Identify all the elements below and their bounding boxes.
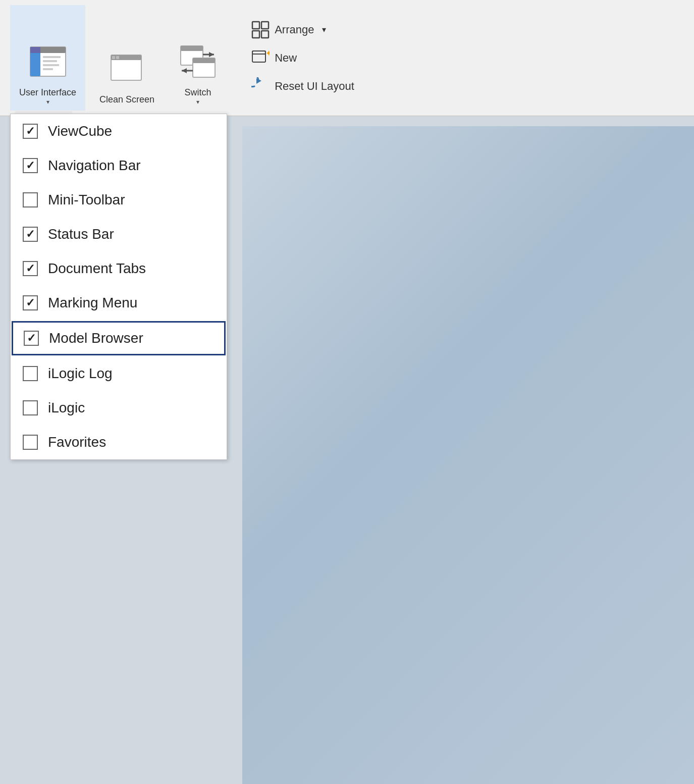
svg-rect-22	[252, 31, 259, 38]
marking-menu-checkbox[interactable]: ✓	[23, 295, 38, 310]
svg-rect-13	[181, 46, 203, 51]
navigation-bar-checkbox[interactable]: ✓	[23, 158, 38, 173]
switch-icon	[178, 43, 218, 83]
document-tabs-check-icon: ✓	[26, 263, 35, 274]
svg-rect-21	[261, 22, 269, 29]
svg-rect-24	[252, 51, 265, 62]
mini-toolbar-checkbox[interactable]	[23, 192, 38, 207]
ilogic-log-label: iLogic Log	[48, 365, 113, 382]
svg-rect-11	[116, 56, 119, 59]
reset-ui-button[interactable]: Reset UI Layout	[247, 75, 358, 97]
menu-item-marking-menu[interactable]: ✓ Marking Menu	[11, 286, 227, 320]
user-interface-button[interactable]: User Interface ▾	[10, 5, 85, 111]
menu-item-ilogic[interactable]: iLogic	[11, 391, 227, 425]
arrange-icon	[251, 21, 270, 39]
document-tabs-checkbox[interactable]: ✓	[23, 261, 38, 276]
user-interface-dropdown-menu: ✓ ViewCube ✓ Navigation Bar Mini-Toolbar…	[10, 114, 227, 460]
model-browser-label: Model Browser	[49, 330, 143, 346]
marking-menu-check-icon: ✓	[26, 297, 35, 308]
model-browser-checkbox[interactable]: ✓	[24, 331, 39, 346]
switch-button[interactable]: Switch ▾	[169, 5, 227, 111]
toolbar: User Interface ▾ Clean Screen	[0, 0, 694, 116]
menu-item-ilogic-log[interactable]: iLogic Log	[11, 356, 227, 391]
ilogic-log-checkbox[interactable]	[23, 366, 38, 381]
svg-text:✦: ✦	[265, 49, 270, 58]
svg-rect-5	[43, 60, 57, 62]
favorites-label: Favorites	[48, 434, 106, 450]
svg-rect-6	[43, 64, 59, 66]
model-browser-check-icon: ✓	[27, 333, 36, 344]
svg-rect-4	[43, 56, 61, 58]
toolbar-right-section: Arrange ▾ ✦ New	[232, 5, 358, 111]
svg-rect-20	[252, 22, 259, 29]
svg-rect-3	[30, 47, 40, 53]
status-bar-label: Status Bar	[48, 226, 114, 242]
menu-item-mini-toolbar[interactable]: Mini-Toolbar	[11, 183, 227, 217]
arrange-arrow: ▾	[322, 25, 326, 34]
menu-item-navigation-bar[interactable]: ✓ Navigation Bar	[11, 148, 227, 183]
switch-dropdown-arrow: ▾	[196, 98, 199, 106]
svg-rect-10	[112, 56, 115, 59]
viewcube-check-icon: ✓	[26, 126, 35, 137]
new-button[interactable]: ✦ New	[247, 47, 358, 69]
document-tabs-label: Document Tabs	[48, 260, 146, 277]
marking-menu-label: Marking Menu	[48, 295, 137, 311]
arrange-label: Arrange	[275, 23, 314, 36]
svg-rect-23	[261, 31, 269, 38]
favorites-checkbox[interactable]	[23, 435, 38, 450]
svg-rect-7	[43, 68, 53, 70]
viewcube-label: ViewCube	[48, 123, 112, 139]
menu-item-document-tabs[interactable]: ✓ Document Tabs	[11, 251, 227, 286]
menu-item-status-bar[interactable]: ✓ Status Bar	[11, 217, 227, 251]
svg-rect-9	[111, 55, 141, 60]
svg-rect-25	[252, 51, 265, 54]
ilogic-label: iLogic	[48, 400, 85, 416]
navigation-bar-check-icon: ✓	[26, 160, 35, 171]
menu-item-viewcube[interactable]: ✓ ViewCube	[11, 114, 227, 148]
reset-ui-icon	[251, 77, 270, 95]
status-bar-check-icon: ✓	[26, 229, 35, 240]
navigation-bar-label: Navigation Bar	[48, 158, 141, 174]
viewcube-checkbox[interactable]: ✓	[23, 124, 38, 139]
switch-label: Switch	[185, 87, 211, 98]
reset-ui-label: Reset UI Layout	[275, 80, 354, 93]
status-bar-checkbox[interactable]: ✓	[23, 227, 38, 242]
background-area	[242, 126, 694, 784]
svg-rect-15	[193, 58, 215, 63]
new-label: New	[275, 51, 297, 65]
clean-screen-label: Clean Screen	[99, 94, 154, 106]
menu-item-favorites[interactable]: Favorites	[11, 425, 227, 459]
arrange-button[interactable]: Arrange ▾	[247, 19, 358, 41]
user-interface-icon	[28, 43, 68, 83]
new-icon: ✦	[251, 49, 270, 67]
clean-screen-icon	[107, 50, 147, 90]
mini-toolbar-label: Mini-Toolbar	[48, 192, 125, 208]
ilogic-checkbox[interactable]	[23, 400, 38, 415]
menu-item-model-browser[interactable]: ✓ Model Browser	[12, 321, 226, 355]
user-interface-label: User Interface	[19, 87, 76, 98]
user-interface-dropdown-arrow: ▾	[46, 98, 49, 106]
clean-screen-button[interactable]: Clean Screen	[90, 5, 164, 111]
